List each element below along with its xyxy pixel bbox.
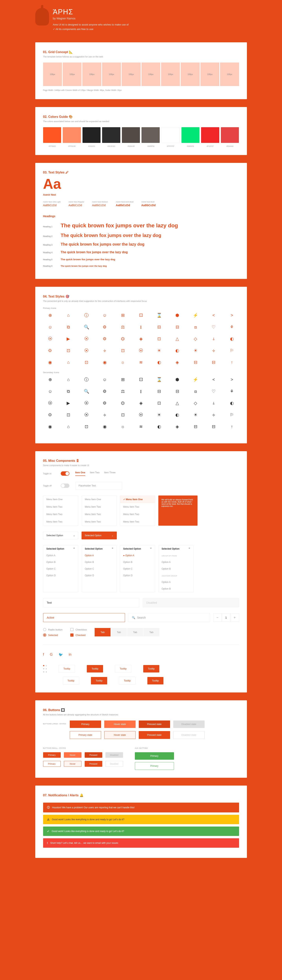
select-option[interactable]: Option B xyxy=(159,565,193,572)
menu-item[interactable]: Menu Item One xyxy=(43,496,78,503)
radio-item-selected[interactable]: Selected xyxy=(43,633,63,636)
btn-sm-outline-pressed[interactable]: Pressed xyxy=(84,761,102,767)
menu-item[interactable]: Menu Item Two xyxy=(82,511,116,518)
btn-success[interactable]: Primary xyxy=(135,752,174,760)
toggle-on[interactable] xyxy=(61,471,69,476)
section-colors: 02. Colors Guide 🎨 The colors associated… xyxy=(35,107,247,155)
tab-button[interactable]: Tab xyxy=(143,628,159,636)
heading-sample-row: Heading 5The quick brown fox jumps over … xyxy=(43,258,239,261)
font-weight-sample: Avenir Next Demi BoldAaBbCcDd xyxy=(116,201,134,207)
linkedin-icon[interactable]: in xyxy=(69,652,72,657)
select-option[interactable]: Option C xyxy=(43,565,78,572)
menu-item[interactable]: Menu Item One xyxy=(82,496,116,503)
select-option[interactable]: Option C xyxy=(82,565,116,572)
section-title: 07. Notifications / Alerts 🔔 xyxy=(43,794,239,797)
logo-helmet-icon xyxy=(35,8,49,25)
select-option[interactable]: Option A xyxy=(159,579,193,585)
btn-sm-outline-hover[interactable]: Hover xyxy=(64,761,81,767)
select-option[interactable]: Option D xyxy=(82,572,116,579)
tab-button[interactable]: Tab xyxy=(95,628,110,636)
primary-label: Primary Icons xyxy=(43,307,239,309)
select-header[interactable]: Selected Option⌃ xyxy=(43,546,78,552)
btn-sm-pressed[interactable]: Pressed xyxy=(84,752,102,758)
menu-item[interactable]: Menu Item Two xyxy=(82,503,116,511)
ui-icon: ⯐ xyxy=(43,348,57,353)
select[interactable]: Selected Option⌄ xyxy=(43,531,78,539)
select-option[interactable]: Option A xyxy=(159,559,193,565)
menu-item[interactable]: Menu Item Two xyxy=(82,518,116,525)
text-field[interactable]: Placeholder Text xyxy=(75,482,122,490)
facebook-icon[interactable]: f xyxy=(43,652,44,657)
toggle-off[interactable] xyxy=(61,484,69,488)
checkbox-item[interactable]: Checkbox xyxy=(70,628,87,631)
ui-icon: ◈ xyxy=(170,360,185,365)
select-option[interactable]: Option B xyxy=(120,559,155,565)
select-option[interactable]: Option C xyxy=(120,565,155,572)
btn-success-outline[interactable]: Primary xyxy=(135,762,174,770)
ui-icon: ⚖ xyxy=(116,324,130,330)
tab-button[interactable]: Tab xyxy=(127,628,143,636)
twitter-icon[interactable]: 🐦 xyxy=(59,652,63,657)
tab[interactable]: Item Three xyxy=(104,471,115,476)
ui-icon: ◈ xyxy=(134,336,148,342)
select-option[interactable]: Option D xyxy=(120,572,155,579)
grid-column: 108px xyxy=(220,62,239,86)
input-search[interactable]: 🔍Search xyxy=(128,613,210,622)
google-icon[interactable]: G xyxy=(50,652,53,657)
select-header[interactable]: Selected Option⌃ xyxy=(120,546,155,552)
swatch-label: #FF8C65 xyxy=(63,145,81,147)
tab[interactable]: Item Two xyxy=(90,471,99,476)
select-header[interactable]: Selected Option⌃ xyxy=(159,546,193,552)
btn-pressed[interactable]: Pressed state xyxy=(139,721,170,728)
menu-item[interactable]: Menu Item Two xyxy=(43,518,78,525)
stepper-minus[interactable]: − xyxy=(213,613,222,622)
select-option[interactable]: Option A xyxy=(82,552,116,559)
ui-icon: ⦿ xyxy=(134,348,148,353)
menu-item[interactable]: Menu Item Two xyxy=(43,511,78,518)
menu-item[interactable]: Menu Item Two xyxy=(120,511,155,518)
stepper-value: 1 xyxy=(222,613,231,622)
ui-icon: ⓘ xyxy=(80,312,94,318)
btn-sm-outline[interactable]: Primary xyxy=(43,761,61,767)
ui-icon: ⦿ xyxy=(80,336,94,342)
menu-item[interactable]: Menu Item Two xyxy=(120,503,155,511)
check-icon: ✓ xyxy=(47,830,49,833)
checkbox-item-checked[interactable]: ✓Checked xyxy=(70,633,87,636)
select-option[interactable]: Option A xyxy=(43,552,78,559)
select-option[interactable]: Option D xyxy=(43,572,78,579)
input-active[interactable]: Active xyxy=(43,613,125,622)
alert-success: ✓Good work! Looks like everything is don… xyxy=(43,827,239,836)
section-title: 03. Text Styles 🖊 xyxy=(43,171,239,174)
select-filled[interactable]: Selected Option⌄ xyxy=(81,531,117,539)
radio-item[interactable]: Radio button xyxy=(43,628,63,631)
btn-aux-label: AUX. BUTTONS xyxy=(135,745,174,749)
tooltip-light: Tooltip xyxy=(119,677,135,685)
tab-button[interactable]: Tab xyxy=(111,628,127,636)
stepper-plus[interactable]: + xyxy=(231,613,239,622)
tab[interactable]: Item One xyxy=(75,471,85,476)
select-option[interactable]: Option B xyxy=(82,559,116,565)
select-option[interactable]: ● Option A xyxy=(120,552,155,559)
btn-primary[interactable]: Primary xyxy=(70,721,101,728)
ui-icon: ⊟ xyxy=(170,324,185,330)
select-option[interactable]: Option B xyxy=(43,559,78,565)
btn-outline[interactable]: Primary state xyxy=(70,731,101,739)
select-option[interactable]: Option B xyxy=(159,585,193,592)
btn-hover[interactable]: Hover state xyxy=(104,721,135,728)
btn-sm-primary[interactable]: Primary xyxy=(43,752,61,758)
description: Ares UI kit is designed to assist anyone… xyxy=(53,23,129,26)
select-group-header: ANOTHER GROUP xyxy=(159,572,193,579)
select-header[interactable]: Selected Option⌃ xyxy=(82,546,116,552)
btn-outline-pressed[interactable]: Pressed state xyxy=(139,731,170,739)
menu-item[interactable]: Menu Item Two xyxy=(120,518,155,525)
heading-sample-row: Heading 3The quick brown fox jumps over … xyxy=(43,242,239,247)
btn-sm-hover[interactable]: Hover xyxy=(64,752,81,758)
select-grouped: Selected Option⌃GROUP OF ITEMSOption AOp… xyxy=(158,545,194,592)
btn-outline-hover[interactable]: Hover state xyxy=(104,731,135,739)
menu: Menu Item OneMenu Item TwoMenu Item TwoM… xyxy=(81,495,117,526)
menu-item[interactable]: Menu Item Two xyxy=(43,503,78,511)
input-text[interactable]: Text xyxy=(43,598,140,607)
btn-sm-outline-disabled: Disabled xyxy=(105,761,123,767)
grid-column: 108px xyxy=(201,62,219,86)
menu-item[interactable]: ✓ Menu Item One xyxy=(120,496,155,503)
